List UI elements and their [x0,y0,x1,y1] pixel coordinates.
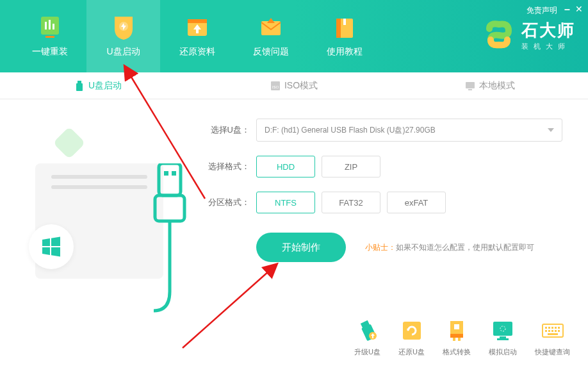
svg-rect-29 [458,338,461,341]
svg-rect-2 [49,20,51,29]
svg-rect-25 [403,322,421,340]
svg-rect-36 [545,327,547,329]
tool-label: 快捷键查询 [535,347,570,357]
tab-local[interactable]: 本地模式 [392,72,588,99]
tool-label: 还原U盘 [398,347,425,357]
svg-rect-38 [551,327,553,329]
svg-rect-43 [551,330,553,332]
tip-text: 小贴士：如果不知道怎么配置，使用默认配置即可 [365,242,534,253]
tool-format-convert[interactable]: 格式转换 [443,319,471,357]
svg-rect-32 [500,336,506,338]
tab-iso[interactable]: ISO ISO模式 [196,72,392,99]
svg-rect-45 [558,330,560,332]
svg-rect-20 [172,171,176,176]
close-button[interactable]: ✕ [575,4,583,14]
format-option-hdd[interactable]: HDD [256,156,315,177]
svg-rect-1 [45,22,47,29]
tool-upgrade-usb[interactable]: 升级U盘 [354,319,380,357]
tutorial-icon [332,15,357,40]
tool-label: 升级U盘 [354,347,380,357]
brand-title: 石大师 [521,19,575,42]
tool-hotkey-query[interactable]: 快捷键查询 [535,319,570,357]
svg-rect-39 [555,327,557,329]
svg-text:ISO: ISO [272,85,279,89]
format-label: 选择格式： [205,161,250,172]
usb-cable-icon [147,163,192,356]
tool-restore-usb[interactable]: 还原U盘 [398,319,425,357]
usb-shield-icon [111,15,136,40]
restore-usb-icon [400,319,423,342]
nav-label: 一键重装 [32,46,68,58]
disclaimer-link[interactable]: 免责声明 [527,5,557,16]
svg-rect-37 [548,327,550,329]
brand-logo-icon [483,19,515,51]
tab-label: 本地模式 [479,80,515,92]
svg-rect-41 [545,330,547,332]
illustration [0,99,199,371]
tool-simulate-boot[interactable]: 模拟启动 [489,319,517,357]
brand-subtitle: 装机大师 [521,42,575,51]
tool-label: 模拟启动 [489,347,517,357]
svg-rect-42 [548,330,550,332]
feedback-icon [259,15,283,40]
partition-option-ntfs[interactable]: NTFS [256,192,315,213]
svg-rect-17 [468,89,472,90]
nav-label: 使用教程 [327,46,363,58]
start-button[interactable]: 开始制作 [256,233,346,262]
format-convert-icon [445,319,468,342]
format-option-zip[interactable]: ZIP [322,156,380,177]
svg-rect-3 [53,24,54,29]
svg-rect-31 [493,322,512,336]
brand: 石大师 装机大师 [483,19,575,51]
svg-rect-33 [497,338,509,340]
svg-rect-21 [155,195,184,221]
nav-tutorial[interactable]: 使用教程 [307,0,381,72]
tab-label: ISO模式 [284,80,318,92]
partition-option-exfat[interactable]: exFAT [387,192,446,213]
svg-rect-18 [159,163,181,195]
usb-select[interactable]: D:F: (hd1) General USB Flash Disk (U盘)27… [256,119,562,142]
nav-label: 还原资料 [179,46,215,58]
tip-label: 小贴士： [365,243,396,252]
partition-label: 分区格式： [205,197,250,208]
select-usb-label: 选择U盘： [205,124,250,136]
svg-rect-30 [454,324,459,329]
reinstall-icon [38,15,62,40]
svg-rect-12 [78,81,81,83]
svg-rect-40 [558,327,560,329]
svg-rect-13 [76,83,83,91]
svg-rect-11 [343,19,346,25]
svg-rect-4 [45,36,54,38]
tool-label: 格式转换 [443,347,471,357]
nav-reinstall[interactable]: 一键重装 [13,0,86,72]
restore-icon [185,15,209,40]
upgrade-usb-icon [356,319,379,342]
keyboard-icon [541,319,564,342]
svg-rect-16 [466,82,475,88]
minimize-button[interactable]: – [564,4,570,15]
svg-rect-44 [555,330,557,332]
usb-select-value: D:F: (hd1) General USB Flash Disk (U盘)27… [265,125,436,136]
windows-icon [40,236,62,258]
simulate-boot-icon [491,319,514,342]
nav-label: U盘启动 [106,46,140,58]
tab-label: U盘启动 [88,80,122,92]
tab-usb-boot[interactable]: U盘启动 [0,72,196,99]
iso-icon: ISO [270,81,281,91]
nav-label: 反馈问题 [253,46,289,58]
svg-rect-19 [164,171,168,176]
tip-content: 如果不知道怎么配置，使用默认配置即可 [396,243,534,252]
usb-icon [74,81,85,91]
nav-feedback[interactable]: 反馈问题 [234,0,307,72]
svg-rect-8 [261,21,281,35]
nav-restore[interactable]: 还原资料 [160,0,234,72]
svg-rect-7 [188,19,207,23]
svg-rect-27 [450,334,463,338]
partition-option-fat32[interactable]: FAT32 [322,192,380,213]
nav-usb-boot[interactable]: U盘启动 [86,0,160,72]
monitor-icon [465,81,475,91]
svg-rect-46 [548,333,558,335]
svg-rect-10 [336,19,341,38]
svg-rect-28 [453,338,455,341]
